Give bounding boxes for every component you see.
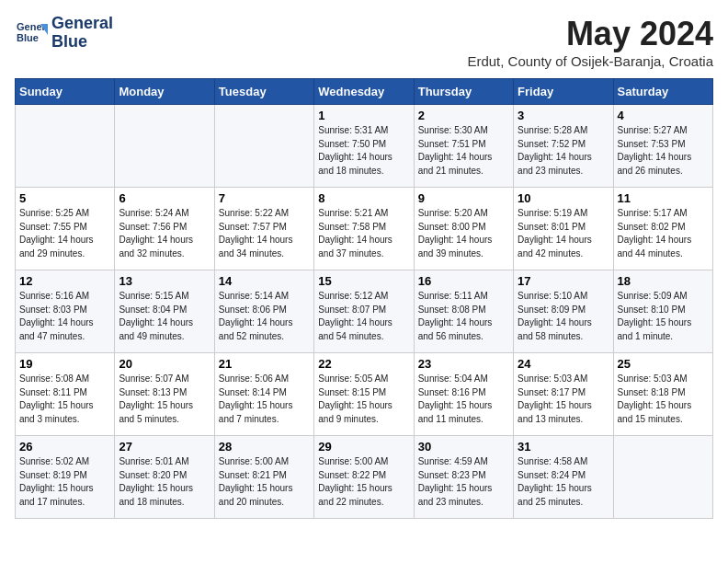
day-info: Sunrise: 5:11 AMSunset: 8:08 PMDaylight:… — [418, 290, 509, 343]
calendar-cell: 6Sunrise: 5:24 AMSunset: 7:56 PMDaylight… — [115, 188, 214, 270]
day-info: Sunrise: 5:02 AMSunset: 8:19 PMDaylight:… — [19, 455, 110, 509]
day-number: 14 — [219, 274, 310, 288]
day-info: Sunrise: 5:08 AMSunset: 8:11 PMDaylight:… — [19, 373, 110, 426]
calendar-cell: 23Sunrise: 5:04 AMSunset: 8:16 PMDayligh… — [414, 353, 513, 436]
day-number: 3 — [518, 109, 609, 122]
day-number: 25 — [618, 357, 709, 371]
calendar-cell: 17Sunrise: 5:10 AMSunset: 8:09 PMDayligh… — [514, 270, 613, 353]
calendar-cell: 16Sunrise: 5:11 AMSunset: 8:08 PMDayligh… — [414, 270, 513, 353]
day-number: 1 — [318, 109, 409, 122]
calendar-cell: 25Sunrise: 5:03 AMSunset: 8:18 PMDayligh… — [613, 353, 712, 436]
day-number: 29 — [318, 440, 409, 454]
day-info: Sunrise: 5:31 AMSunset: 7:50 PMDaylight:… — [318, 124, 409, 178]
calendar-cell: 4Sunrise: 5:27 AMSunset: 7:53 PMDaylight… — [613, 105, 712, 188]
day-info: Sunrise: 5:12 AMSunset: 8:07 PMDaylight:… — [318, 290, 409, 343]
day-info: Sunrise: 5:28 AMSunset: 7:52 PMDaylight:… — [518, 124, 609, 178]
calendar-week-1: 1Sunrise: 5:31 AMSunset: 7:50 PMDaylight… — [16, 105, 713, 188]
day-info: Sunrise: 5:09 AMSunset: 8:10 PMDaylight:… — [618, 290, 709, 343]
day-number: 19 — [19, 357, 110, 371]
location: Erdut, County of Osijek-Baranja, Croatia — [467, 53, 713, 69]
calendar-cell: 10Sunrise: 5:19 AMSunset: 8:01 PMDayligh… — [514, 188, 613, 270]
day-number: 13 — [119, 274, 210, 288]
calendar-cell: 12Sunrise: 5:16 AMSunset: 8:03 PMDayligh… — [16, 270, 115, 353]
day-info: Sunrise: 5:00 AMSunset: 8:22 PMDaylight:… — [318, 455, 409, 509]
logo-text: General Blue — [51, 15, 113, 52]
day-number: 22 — [318, 357, 409, 371]
day-info: Sunrise: 5:00 AMSunset: 8:21 PMDaylight:… — [219, 455, 310, 509]
calendar-cell: 28Sunrise: 5:00 AMSunset: 8:21 PMDayligh… — [214, 436, 313, 519]
day-number: 9 — [418, 191, 509, 205]
calendar-cell: 21Sunrise: 5:06 AMSunset: 8:14 PMDayligh… — [214, 353, 313, 436]
day-number: 17 — [518, 274, 609, 288]
weekday-header-thursday: Thursday — [414, 79, 513, 105]
calendar-week-4: 19Sunrise: 5:08 AMSunset: 8:11 PMDayligh… — [16, 353, 713, 436]
calendar-week-2: 5Sunrise: 5:25 AMSunset: 7:55 PMDaylight… — [16, 188, 713, 270]
calendar-week-3: 12Sunrise: 5:16 AMSunset: 8:03 PMDayligh… — [16, 270, 713, 353]
weekday-header-friday: Friday — [514, 79, 613, 105]
calendar-cell — [214, 105, 313, 188]
day-info: Sunrise: 5:04 AMSunset: 8:16 PMDaylight:… — [418, 373, 509, 426]
weekday-header-sunday: Sunday — [16, 79, 115, 105]
day-info: Sunrise: 5:16 AMSunset: 8:03 PMDaylight:… — [19, 290, 110, 343]
day-info: Sunrise: 5:22 AMSunset: 7:57 PMDaylight:… — [219, 207, 310, 260]
day-number: 16 — [418, 274, 509, 288]
calendar-cell: 1Sunrise: 5:31 AMSunset: 7:50 PMDaylight… — [314, 105, 414, 188]
day-info: Sunrise: 5:10 AMSunset: 8:09 PMDaylight:… — [518, 290, 609, 343]
day-number: 5 — [19, 191, 110, 205]
calendar-cell: 8Sunrise: 5:21 AMSunset: 7:58 PMDaylight… — [314, 188, 414, 270]
day-number: 6 — [119, 191, 210, 205]
day-info: Sunrise: 5:03 AMSunset: 8:17 PMDaylight:… — [518, 373, 609, 426]
calendar-cell — [613, 436, 712, 519]
calendar-cell: 29Sunrise: 5:00 AMSunset: 8:22 PMDayligh… — [314, 436, 414, 519]
day-info: Sunrise: 5:01 AMSunset: 8:20 PMDaylight:… — [119, 455, 210, 509]
day-number: 31 — [518, 440, 609, 454]
day-number: 4 — [618, 109, 709, 122]
calendar-cell: 5Sunrise: 5:25 AMSunset: 7:55 PMDaylight… — [16, 188, 115, 270]
calendar-cell: 14Sunrise: 5:14 AMSunset: 8:06 PMDayligh… — [214, 270, 313, 353]
calendar-table: SundayMondayTuesdayWednesdayThursdayFrid… — [15, 78, 713, 519]
day-number: 15 — [318, 274, 409, 288]
calendar-cell: 3Sunrise: 5:28 AMSunset: 7:52 PMDaylight… — [514, 105, 613, 188]
calendar-cell: 13Sunrise: 5:15 AMSunset: 8:04 PMDayligh… — [115, 270, 214, 353]
weekday-header-saturday: Saturday — [613, 79, 712, 105]
calendar-cell: 24Sunrise: 5:03 AMSunset: 8:17 PMDayligh… — [514, 353, 613, 436]
day-info: Sunrise: 4:59 AMSunset: 8:23 PMDaylight:… — [418, 455, 509, 509]
calendar-cell: 18Sunrise: 5:09 AMSunset: 8:10 PMDayligh… — [613, 270, 712, 353]
day-number: 30 — [418, 440, 509, 454]
calendar-cell: 20Sunrise: 5:07 AMSunset: 8:13 PMDayligh… — [115, 353, 214, 436]
day-info: Sunrise: 5:03 AMSunset: 8:18 PMDaylight:… — [618, 373, 709, 426]
day-info: Sunrise: 5:14 AMSunset: 8:06 PMDaylight:… — [219, 290, 310, 343]
month-title: May 2024 — [467, 15, 713, 53]
day-number: 11 — [618, 191, 709, 205]
day-info: Sunrise: 5:06 AMSunset: 8:14 PMDaylight:… — [219, 373, 310, 426]
logo: General Blue General Blue — [15, 15, 113, 52]
day-number: 18 — [618, 274, 709, 288]
calendar-cell — [16, 105, 115, 188]
day-info: Sunrise: 5:17 AMSunset: 8:02 PMDaylight:… — [618, 207, 709, 260]
calendar-cell: 19Sunrise: 5:08 AMSunset: 8:11 PMDayligh… — [16, 353, 115, 436]
logo-icon: General Blue — [15, 17, 48, 50]
day-info: Sunrise: 4:58 AMSunset: 8:24 PMDaylight:… — [518, 455, 609, 509]
day-number: 7 — [219, 191, 310, 205]
day-number: 8 — [318, 191, 409, 205]
day-number: 12 — [19, 274, 110, 288]
calendar-cell: 27Sunrise: 5:01 AMSunset: 8:20 PMDayligh… — [115, 436, 214, 519]
day-number: 20 — [119, 357, 210, 371]
day-number: 21 — [219, 357, 310, 371]
day-info: Sunrise: 5:30 AMSunset: 7:51 PMDaylight:… — [418, 124, 509, 178]
day-info: Sunrise: 5:07 AMSunset: 8:13 PMDaylight:… — [119, 373, 210, 426]
calendar-cell: 31Sunrise: 4:58 AMSunset: 8:24 PMDayligh… — [514, 436, 613, 519]
calendar-cell: 7Sunrise: 5:22 AMSunset: 7:57 PMDaylight… — [214, 188, 313, 270]
calendar-cell: 22Sunrise: 5:05 AMSunset: 8:15 PMDayligh… — [314, 353, 414, 436]
day-number: 27 — [119, 440, 210, 454]
calendar-cell — [115, 105, 214, 188]
day-info: Sunrise: 5:15 AMSunset: 8:04 PMDaylight:… — [119, 290, 210, 343]
day-info: Sunrise: 5:19 AMSunset: 8:01 PMDaylight:… — [518, 207, 609, 260]
calendar-cell: 30Sunrise: 4:59 AMSunset: 8:23 PMDayligh… — [414, 436, 513, 519]
day-info: Sunrise: 5:20 AMSunset: 8:00 PMDaylight:… — [418, 207, 509, 260]
day-number: 10 — [518, 191, 609, 205]
title-area: May 2024 Erdut, County of Osijek-Baranja… — [467, 15, 713, 69]
calendar-cell: 15Sunrise: 5:12 AMSunset: 8:07 PMDayligh… — [314, 270, 414, 353]
weekday-header-tuesday: Tuesday — [214, 79, 313, 105]
day-number: 2 — [418, 109, 509, 122]
